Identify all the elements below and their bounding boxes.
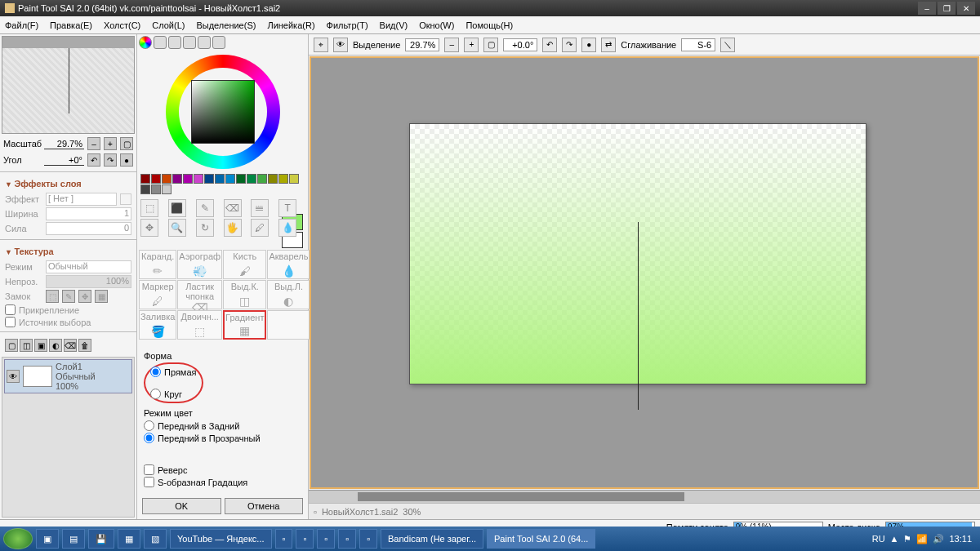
color-wheel[interactable] xyxy=(137,51,308,172)
minimize-button[interactable]: – xyxy=(918,2,936,15)
fx-power-value[interactable]: 0 xyxy=(46,222,131,235)
menu-item[interactable]: Слой(L) xyxy=(152,20,185,30)
tray-flag-icon[interactable]: ⚑ xyxy=(903,534,911,544)
tool-button[interactable]: ⬛ xyxy=(168,199,186,217)
tool-button[interactable]: T xyxy=(278,199,296,217)
brush-icon[interactable]: ＼ xyxy=(720,38,735,52)
effect-select[interactable]: [ Нет ] xyxy=(46,193,117,206)
ok-button[interactable]: OK xyxy=(142,498,221,514)
brush-Аэрограф[interactable]: Аэрограф💨 xyxy=(177,250,222,279)
swatch[interactable] xyxy=(236,174,246,184)
stabilizer-icon[interactable]: ⌖ xyxy=(314,38,328,52)
taskbar[interactable]: ▣ ▤ 💾 ▦ ▧ YouTube — Яндекс...▫▫▫▫▫Bandic… xyxy=(0,527,980,551)
tray-up-icon[interactable]: ▲ xyxy=(890,534,899,544)
swatch[interactable] xyxy=(268,174,278,184)
swatch[interactable] xyxy=(225,174,235,184)
rotation-field[interactable]: +0.0° xyxy=(503,38,537,51)
swatch[interactable] xyxy=(172,174,182,184)
artboard[interactable] xyxy=(409,123,866,384)
layer-item[interactable]: 👁 Слой1 Обычный 100% xyxy=(4,359,132,393)
swatch[interactable] xyxy=(215,174,225,184)
menu-item[interactable]: Помощь(H) xyxy=(466,20,513,30)
taskbar-app[interactable]: ▫ xyxy=(359,529,377,549)
tray-net-icon[interactable]: 📶 xyxy=(916,534,928,544)
brush-Маркер[interactable]: Маркер🖊 xyxy=(139,280,176,309)
menu-item[interactable]: Окно(W) xyxy=(419,20,454,30)
cancel-button[interactable]: Отмена xyxy=(225,498,304,514)
menu-item[interactable]: Вид(V) xyxy=(380,20,408,30)
effect-color[interactable] xyxy=(120,193,131,205)
delete-layer-button[interactable]: 🗑 xyxy=(78,339,91,352)
zoom-reset-icon[interactable]: ▢ xyxy=(483,38,498,52)
maximize-button[interactable]: ❐ xyxy=(938,2,956,15)
menu-item[interactable]: Фильтр(T) xyxy=(327,20,368,30)
brush-Заливка[interactable]: Заливка🪣 xyxy=(139,310,176,340)
texture-header[interactable]: Текстура xyxy=(0,243,136,260)
swatch[interactable] xyxy=(162,174,172,184)
tool-button[interactable]: 🔍 xyxy=(168,219,186,237)
rot-cw-icon[interactable]: ↷ xyxy=(562,38,577,52)
color-swatch-tab[interactable] xyxy=(198,36,211,49)
taskbar-app[interactable]: Bandicam (Не зарег... xyxy=(381,529,483,549)
color-scratch-tab[interactable] xyxy=(212,36,225,49)
close-button[interactable]: ✕ xyxy=(957,2,975,15)
fx-width-value[interactable]: 1 xyxy=(46,207,131,220)
brush-Каранд.[interactable]: Каранд.✏ xyxy=(139,250,176,279)
taskbar-app[interactable]: Paint Tool SAI 2.0 (64... xyxy=(487,529,595,549)
menu-item[interactable]: Линейка(R) xyxy=(267,20,314,30)
taskbar-app[interactable]: ▫ xyxy=(338,529,356,549)
rotate-ccw-button[interactable]: ↶ xyxy=(87,153,100,167)
zoom-field[interactable]: 29.7% xyxy=(405,38,439,51)
brush-empty[interactable] xyxy=(267,310,310,340)
color-mixer-tab[interactable] xyxy=(183,36,196,49)
view-icon[interactable]: 👁 xyxy=(333,38,348,52)
taskbar-app[interactable]: ▫ xyxy=(296,529,314,549)
tool-button[interactable]: ⬚ xyxy=(140,199,158,217)
flip-h-icon[interactable]: ⇄ xyxy=(601,38,616,52)
new-layer-button[interactable]: ▢ xyxy=(5,339,18,352)
rot-ccw-icon[interactable]: ↶ xyxy=(542,38,557,52)
zoom-fit-button[interactable]: ▢ xyxy=(120,137,133,150)
swatch[interactable] xyxy=(257,174,267,184)
zoom-in-icon[interactable]: + xyxy=(464,38,479,52)
tool-button[interactable]: 🖊 xyxy=(251,219,269,237)
tool-button[interactable]: ⩸ xyxy=(251,199,269,217)
swatch[interactable] xyxy=(151,184,161,194)
tool-button[interactable]: ↻ xyxy=(196,219,214,237)
zoom-in-button[interactable]: + xyxy=(104,137,117,150)
swatch[interactable] xyxy=(183,174,193,184)
menu-item[interactable]: Холст(C) xyxy=(104,20,140,30)
lock-pixel-button[interactable]: ✎ xyxy=(62,290,75,303)
swatch[interactable] xyxy=(278,174,288,184)
color-rgb-tab[interactable] xyxy=(154,36,167,49)
taskbar-pin-icon[interactable]: ▤ xyxy=(62,529,85,549)
shape-line-radio[interactable]: Прямая xyxy=(150,366,197,378)
menu-item[interactable]: Файл(F) xyxy=(5,20,38,30)
tray-sound-icon[interactable]: 🔊 xyxy=(933,534,944,544)
smoothing-field[interactable]: S-6 xyxy=(681,38,715,51)
canvas-viewport[interactable] xyxy=(310,56,979,489)
brush-Кисть[interactable]: Кисть🖌 xyxy=(223,250,266,279)
swatch[interactable] xyxy=(194,174,203,184)
brush-Двоичн...[interactable]: Двоичн...⬚ xyxy=(177,310,222,340)
swatch[interactable] xyxy=(140,174,150,184)
swatch[interactable] xyxy=(289,174,299,184)
layer-fx-header[interactable]: Эффекты слоя xyxy=(0,176,136,192)
swatch[interactable] xyxy=(247,174,256,184)
visibility-icon[interactable]: 👁 xyxy=(7,370,20,383)
menu-item[interactable]: Правка(E) xyxy=(50,20,92,30)
reverse-checkbox[interactable]: Реверс xyxy=(144,464,301,476)
system-tray[interactable]: RU ▲ ⚑ 📶 🔊 13:11 xyxy=(867,534,977,544)
mode-ft-radio[interactable]: Передний в Прозрачный xyxy=(144,432,301,444)
selection-source-checkbox[interactable] xyxy=(5,317,16,327)
scale-value[interactable]: 29.7% xyxy=(44,139,84,149)
swatch[interactable] xyxy=(140,184,150,194)
rot-reset-icon[interactable]: ● xyxy=(581,38,596,52)
zoom-out-icon[interactable]: – xyxy=(444,38,459,52)
new-linework-button[interactable]: ◫ xyxy=(20,339,33,352)
opacity-value[interactable]: 100% xyxy=(46,275,131,288)
start-button[interactable] xyxy=(3,528,33,549)
mode-fb-radio[interactable]: Передний в Задний xyxy=(144,420,301,432)
shape-circle-radio[interactable]: Круг xyxy=(150,388,197,400)
taskbar-pin4-icon[interactable]: ▧ xyxy=(144,529,167,549)
